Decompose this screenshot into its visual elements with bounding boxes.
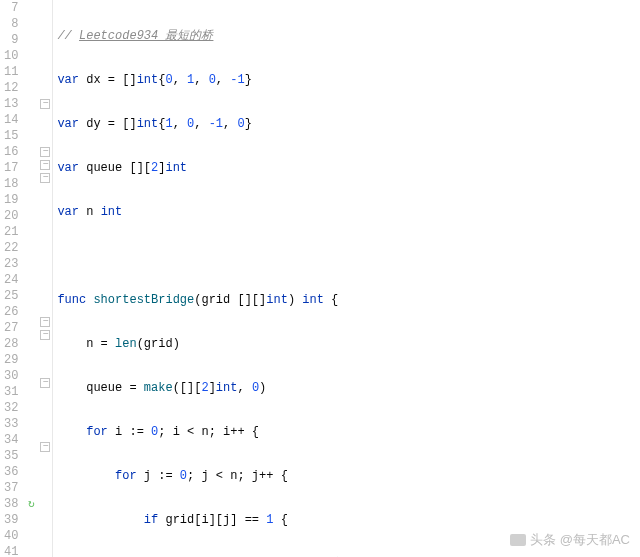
line-number: 20 (4, 208, 18, 224)
gutter-icon-slot (24, 112, 38, 128)
gutter-icon-slot (24, 352, 38, 368)
line-number: 22 (4, 240, 18, 256)
fold-marker[interactable] (38, 359, 52, 375)
line-number: 34 (4, 432, 18, 448)
code-line: for j := 0; j < n; j++ { (57, 468, 640, 484)
fold-marker[interactable] (38, 186, 52, 202)
gutter-icon-slot (24, 368, 38, 384)
fold-marker[interactable] (38, 80, 52, 96)
code-line: var queue [][2]int (57, 160, 640, 176)
fold-marker[interactable] (38, 407, 52, 423)
fold-marker[interactable] (38, 48, 52, 64)
line-number: 17 (4, 160, 18, 176)
line-number: 12 (4, 80, 18, 96)
gutter-icon-slot (24, 480, 38, 496)
line-number: 27 (4, 320, 18, 336)
fold-marker[interactable] (38, 202, 52, 218)
gutter-icon-slot (24, 544, 38, 557)
gutter-icon-slot: ↻ (24, 496, 38, 512)
fold-marker[interactable] (38, 234, 52, 250)
fold-gutter: −−−−−−−− (38, 0, 52, 557)
line-number: 24 (4, 272, 18, 288)
line-number: 41 (4, 544, 18, 557)
gutter-icon-slot (24, 208, 38, 224)
fold-marker[interactable]: − (40, 378, 50, 388)
code-line: n = len(grid) (57, 336, 640, 352)
fold-marker[interactable] (38, 455, 52, 471)
recursive-call-icon: ↻ (28, 498, 35, 510)
fold-marker[interactable] (38, 487, 52, 503)
fold-marker[interactable] (38, 218, 52, 234)
line-number: 40 (4, 528, 18, 544)
code-line (57, 248, 640, 264)
fold-marker[interactable]: − (40, 160, 50, 170)
code-line: // Leetcode934_最短的桥 (57, 28, 640, 44)
line-number: 31 (4, 384, 18, 400)
line-number: 28 (4, 336, 18, 352)
code-line: if grid[i][j] == 1 { (57, 512, 640, 528)
fold-marker[interactable]: − (40, 442, 50, 452)
code-line: func shortestBridge(grid [][]int) int { (57, 292, 640, 308)
fold-marker[interactable]: − (40, 330, 50, 340)
fold-marker[interactable] (38, 128, 52, 144)
gutter-icon-slot (24, 144, 38, 160)
fold-marker[interactable] (38, 343, 52, 359)
gutter-icon-slot (24, 336, 38, 352)
gutter-icon-slot (24, 32, 38, 48)
fold-marker[interactable] (38, 423, 52, 439)
gutter-icon-slot (24, 416, 38, 432)
line-number: 7 (4, 0, 18, 16)
gutter-icon-slot (24, 16, 38, 32)
gutter-icon-slot (24, 0, 38, 16)
gutter-icon-slot (24, 320, 38, 336)
line-number: 21 (4, 224, 18, 240)
code-area[interactable]: // Leetcode934_最短的桥 var dx = []int{0, 1,… (53, 0, 640, 557)
fold-marker[interactable] (38, 32, 52, 48)
fold-marker[interactable] (38, 391, 52, 407)
gutter-icon-slot (24, 400, 38, 416)
fold-marker[interactable] (38, 266, 52, 282)
fold-marker[interactable] (38, 250, 52, 266)
line-number: 33 (4, 416, 18, 432)
gutter-icon-slot (24, 288, 38, 304)
fold-marker[interactable] (38, 471, 52, 487)
gutter-icon-slot (24, 464, 38, 480)
line-number: 30 (4, 368, 18, 384)
gutter-icon-slot (24, 224, 38, 240)
fold-marker[interactable] (38, 64, 52, 80)
gutter-icon-slot (24, 80, 38, 96)
fold-marker[interactable] (38, 112, 52, 128)
line-number: 16 (4, 144, 18, 160)
fold-marker[interactable]: − (40, 317, 50, 327)
fold-marker[interactable] (38, 535, 52, 551)
fold-marker[interactable] (38, 298, 52, 314)
fold-marker[interactable] (38, 282, 52, 298)
fold-marker[interactable] (38, 16, 52, 32)
fold-marker[interactable]: − (40, 99, 50, 109)
gutter-icon-slot (24, 272, 38, 288)
fold-marker[interactable]: − (40, 147, 50, 157)
code-editor: 7891011121314151617181920212223242526272… (0, 0, 640, 557)
watermark: 头条 @每天都AC (510, 531, 630, 549)
fold-marker[interactable] (38, 0, 52, 16)
code-line: var n int (57, 204, 640, 220)
line-number: 37 (4, 480, 18, 496)
line-number: 19 (4, 192, 18, 208)
code-line: queue = make([][2]int, 0) (57, 380, 640, 396)
fold-marker[interactable] (38, 503, 52, 519)
gutter: 7891011121314151617181920212223242526272… (0, 0, 53, 557)
line-number: 26 (4, 304, 18, 320)
gutter-icon-slot (24, 96, 38, 112)
fold-marker[interactable]: − (40, 173, 50, 183)
code-line: for i := 0; i < n; i++ { (57, 424, 640, 440)
line-number: 29 (4, 352, 18, 368)
line-number: 32 (4, 400, 18, 416)
gutter-icon-slot (24, 528, 38, 544)
line-number: 8 (4, 16, 18, 32)
line-number: 14 (4, 112, 18, 128)
gutter-icon-slot (24, 176, 38, 192)
fold-marker[interactable] (38, 519, 52, 535)
line-number: 25 (4, 288, 18, 304)
watermark-text: 头条 @每天都AC (530, 531, 630, 549)
line-number-gutter: 7891011121314151617181920212223242526272… (0, 0, 24, 557)
